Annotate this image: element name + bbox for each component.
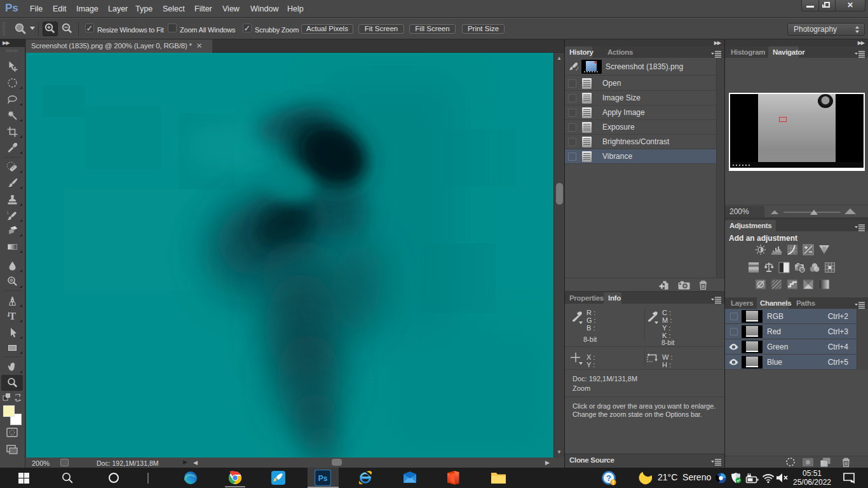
svg-text:Ps: Ps	[318, 474, 328, 483]
svg-text:T: T	[9, 311, 16, 322]
